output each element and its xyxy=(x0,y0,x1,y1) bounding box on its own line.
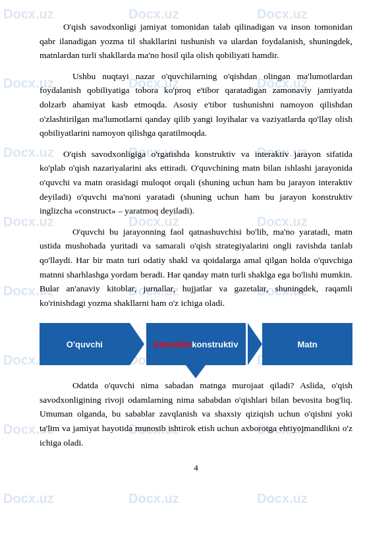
page-number: 4 xyxy=(40,463,352,473)
diagram-box-text: Matn xyxy=(262,323,352,365)
diagram-text-label: Matn xyxy=(297,339,317,349)
paragraph-1: O'qish savodxonligi jamiyat tomonidan ta… xyxy=(40,20,352,63)
diagram-container: O'quvchi Interaktiv konstruktiv Matn xyxy=(40,323,352,365)
diagram-box-interactive: Interaktiv konstruktiv xyxy=(146,323,246,365)
paragraph-2: Ushbu nuqtayi nazar o'quvchilarning o'qi… xyxy=(40,69,352,140)
diagram-reader-label: O'quvchi xyxy=(67,339,103,349)
paragraph-4: O'quvchi bu jarayonning faol qatnashuvch… xyxy=(40,225,352,310)
diagram-section: O'quvchi Interaktiv konstruktiv Matn xyxy=(40,323,352,365)
diagram-arrow-2 xyxy=(248,323,262,365)
paragraph-5: Odatda o'quvchi nima sabadan matnga muro… xyxy=(40,378,352,450)
diagram-box-reader: O'quvchi xyxy=(40,323,130,365)
diagram-arrow-1 xyxy=(130,323,144,365)
watermark: Docx.uz xyxy=(257,491,308,506)
diagram-konstruktiv-label: konstruktiv xyxy=(192,339,238,349)
watermark: Docx.uz xyxy=(3,491,54,506)
diagram-arrow-down xyxy=(186,365,206,378)
diagram-interaktiv-label: Interaktiv xyxy=(154,339,192,349)
watermark: Docx.uz xyxy=(128,491,179,506)
paragraph-3: O'qish savodxonligiga o'rgatishda konstr… xyxy=(40,147,352,218)
